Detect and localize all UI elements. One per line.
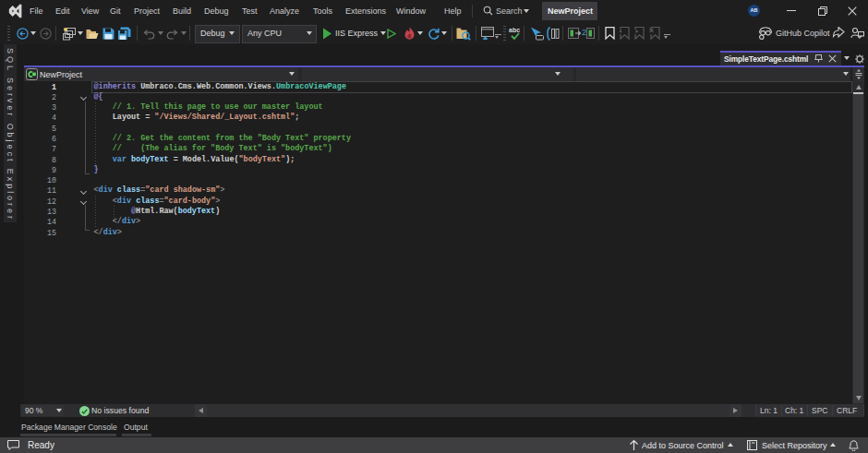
svg-text:2: 2	[582, 28, 586, 37]
